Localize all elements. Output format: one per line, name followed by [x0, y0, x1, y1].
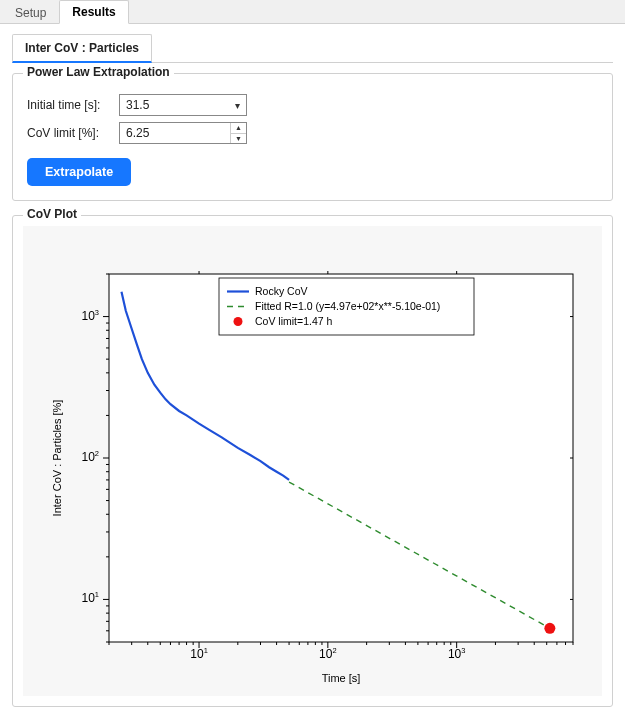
svg-text:Inter CoV : Particles [%]: Inter CoV : Particles [%]: [51, 400, 63, 517]
label-initial-time: Initial time [s]:: [27, 98, 119, 112]
panel-power-law-extrapolation: Power Law Extrapolation Initial time [s]…: [12, 73, 613, 201]
cov-plot-svg: 101102103101102103Time [s]Inter CoV : Pa…: [31, 234, 591, 694]
svg-text:102: 102: [81, 449, 99, 464]
tab-inter-cov-particles[interactable]: Inter CoV : Particles: [12, 34, 152, 63]
extrapolate-button[interactable]: Extrapolate: [27, 158, 131, 186]
stepper-down-icon[interactable]: ▼: [231, 134, 246, 144]
main-tabs: Setup Results: [0, 0, 625, 24]
panel-title-extrapolation: Power Law Extrapolation: [23, 65, 174, 79]
initial-time-value: 31.5: [126, 98, 149, 112]
tab-setup[interactable]: Setup: [2, 1, 59, 24]
svg-point-127: [544, 623, 555, 634]
panel-title-cov-plot: CoV Plot: [23, 207, 81, 221]
svg-text:102: 102: [319, 646, 337, 661]
stepper-up-icon[interactable]: ▲: [231, 123, 246, 134]
svg-text:101: 101: [81, 590, 99, 605]
svg-text:103: 103: [81, 308, 99, 323]
chevron-down-icon: ▾: [235, 100, 240, 111]
sub-tabs: Inter CoV : Particles: [12, 34, 613, 63]
label-cov-limit: CoV limit [%]:: [27, 126, 119, 140]
svg-text:101: 101: [190, 646, 208, 661]
panel-cov-plot: CoV Plot 101102103101102103Time [s]Inter…: [12, 215, 613, 707]
svg-text:103: 103: [448, 646, 466, 661]
cov-limit-value: 6.25: [126, 126, 149, 140]
svg-text:Time [s]: Time [s]: [322, 672, 361, 684]
svg-text:CoV limit=1.47 h: CoV limit=1.47 h: [255, 315, 332, 327]
svg-text:Fitted R=1.0 (y=4.97e+02*x**-5: Fitted R=1.0 (y=4.97e+02*x**-5.10e-01): [255, 300, 440, 312]
initial-time-select[interactable]: 31.5 ▾: [119, 94, 247, 116]
tab-results[interactable]: Results: [59, 0, 128, 24]
svg-point-133: [234, 317, 243, 326]
cov-plot: 101102103101102103Time [s]Inter CoV : Pa…: [23, 226, 602, 696]
svg-text:Rocky CoV: Rocky CoV: [255, 285, 308, 297]
cov-limit-stepper[interactable]: 6.25 ▲ ▼: [119, 122, 247, 144]
